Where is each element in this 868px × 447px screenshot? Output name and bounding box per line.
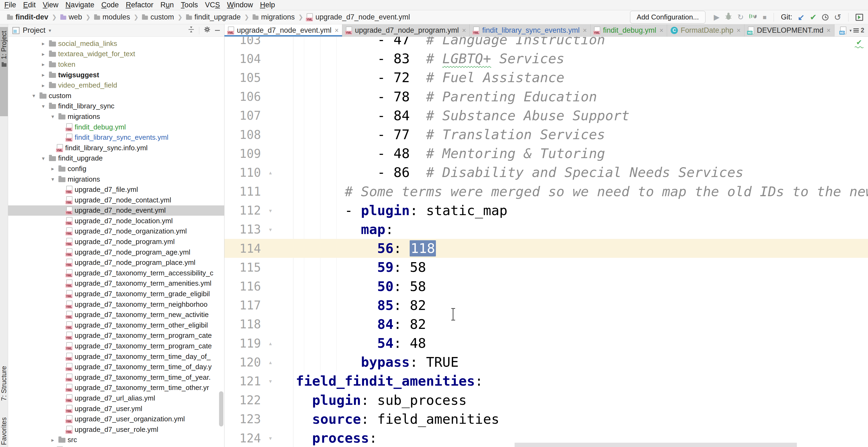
code-line-123[interactable]: 123 source: field_amenities xyxy=(224,410,868,428)
stop-icon[interactable]: ■ xyxy=(763,14,767,21)
tab-upgrade-d7-node-program-yml[interactable]: YMLupgrade_d7_node_program.yml× xyxy=(342,24,470,36)
tree-item-migrations[interactable]: ▾migrations xyxy=(8,111,224,122)
code-line-121[interactable]: 121▾field_findit_amenities: xyxy=(224,372,868,390)
tab-formatdate-php[interactable]: CFormatDate.php× xyxy=(667,24,744,36)
git-commit-icon[interactable]: ✔ xyxy=(810,12,817,22)
tree-item-upgrade-d7-node-event-yml[interactable]: YMLupgrade_d7_node_event.yml xyxy=(8,205,224,216)
close-icon[interactable]: × xyxy=(737,27,741,34)
code-line-116[interactable]: 116 50: 58 xyxy=(224,277,868,296)
close-icon[interactable]: × xyxy=(827,27,831,34)
menu-item-code[interactable]: Code xyxy=(101,1,119,9)
hidden-tabs-dropdown[interactable]: ▾2 xyxy=(848,24,868,36)
code-line-104[interactable]: 104 - 83 # LGBTQ+ Services xyxy=(224,49,868,68)
code-line-107[interactable]: 107 - 84 # Substance Abuse Support xyxy=(224,106,868,125)
tree-item-upgrade-d7-node-organization-yml[interactable]: YMLupgrade_d7_node_organization.yml xyxy=(8,226,224,237)
code-line-113[interactable]: 113▾ map: xyxy=(224,220,868,239)
close-icon[interactable]: × xyxy=(335,27,339,34)
tree-item-upgrade-d7-taxonomy-term-accessibility-c[interactable]: YMLupgrade_d7_taxonomy_term_accessibilit… xyxy=(8,268,224,278)
debug-icon[interactable] xyxy=(725,12,732,22)
gear-icon[interactable] xyxy=(204,26,211,35)
project-panel-title[interactable]: Project xyxy=(23,26,45,35)
coverage-icon[interactable]: ↻ xyxy=(737,13,744,21)
sidebar-item-project[interactable]: 1: Project xyxy=(0,27,8,116)
tree-item-upgrade-d7-user-organization-yml[interactable]: YMLupgrade_d7_user_organization.yml xyxy=(8,414,224,424)
menu-item-edit[interactable]: Edit xyxy=(23,1,36,9)
fold-marker-icon[interactable]: ▴ xyxy=(261,339,280,347)
chevron-down-icon[interactable]: ▾ xyxy=(49,113,56,120)
code-line-118[interactable]: 118 84: 82 xyxy=(224,315,868,334)
tree-item-upgrade-d7-taxonomy-term-time-other-yr[interactable]: YMLupgrade_d7_taxonomy_term_time_other.y… xyxy=(8,383,224,393)
tree-item-upgrade-d7-taxonomy-term-grade-eligibil[interactable]: YMLupgrade_d7_taxonomy_term_grade_eligib… xyxy=(8,289,224,299)
tree-item-upgrade-d7-node-program-yml[interactable]: YMLupgrade_d7_node_program.yml xyxy=(8,236,224,247)
menu-item-vcs[interactable]: VCS xyxy=(205,1,220,9)
collapse-all-icon[interactable] xyxy=(188,26,195,35)
chevron-right-icon[interactable]: ▸ xyxy=(40,61,47,68)
chevron-down-icon[interactable]: ▾ xyxy=(49,176,56,183)
close-icon[interactable]: × xyxy=(462,27,466,34)
tree-item-social-media-links[interactable]: ▸social_media_links xyxy=(8,38,224,49)
code-line-103[interactable]: 103 - 47 # Language Instruction xyxy=(224,37,868,49)
code-line-119[interactable]: 119▴ 54: 48 xyxy=(224,334,868,353)
menu-item-navigate[interactable]: Navigate xyxy=(65,1,94,9)
tree-item-upgrade-d7-node-location-yml[interactable]: YMLupgrade_d7_node_location.yml xyxy=(8,216,224,226)
tree-item-config[interactable]: ▸config xyxy=(8,163,224,174)
breadcrumb-item-upgrade-d7-node-event-yml[interactable]: YMLupgrade_d7_node_event.yml xyxy=(307,13,410,21)
tree-item-findit-library-sync[interactable]: ▾findit_library_sync xyxy=(8,101,224,111)
tab-development-md[interactable]: MDDEVELOPMENT.md× xyxy=(744,24,834,36)
inspection-ok-icon[interactable]: ✔ xyxy=(855,38,864,48)
code-line-115[interactable]: 115 59: 58 xyxy=(224,258,868,277)
chevron-right-icon[interactable]: ▸ xyxy=(49,437,56,443)
code-line-120[interactable]: 120▴ bypass: TRUE xyxy=(224,353,868,372)
menu-item-window[interactable]: Window xyxy=(227,1,253,9)
tree-item-upgrade-d7-taxonomy-term-program-cate[interactable]: YMLupgrade_d7_taxonomy_term_program_cate xyxy=(8,330,224,341)
chevron-down-icon[interactable]: ▾ xyxy=(40,103,47,109)
breadcrumb-item-migrations[interactable]: migrations xyxy=(253,13,295,21)
tree-item-upgrade-d7-taxonomy-term-new-activitie[interactable]: YMLupgrade_d7_taxonomy_term_new_activiti… xyxy=(8,310,224,320)
tab-upgrade-d7-node-event-yml[interactable]: YMLupgrade_d7_node_event.yml× xyxy=(224,24,342,36)
menu-item-view[interactable]: View xyxy=(43,1,58,9)
chevron-down-icon[interactable]: ▾ xyxy=(49,28,51,33)
hide-panel-icon[interactable] xyxy=(215,30,220,31)
tree-item-upgrade-d7-user-yml[interactable]: YMLupgrade_d7_user.yml xyxy=(8,404,224,414)
close-icon[interactable]: × xyxy=(659,27,663,34)
code-line-111[interactable]: 111 # Some terms were merged so we need … xyxy=(224,182,868,201)
code-line-112[interactable]: 112▾ - plugin: static_map xyxy=(224,201,868,220)
code-line-114[interactable]: 114 56: 118 xyxy=(224,239,868,258)
chevron-down-icon[interactable]: ▾ xyxy=(40,155,47,162)
chevron-right-icon[interactable]: ▸ xyxy=(40,82,47,89)
breadcrumb-item-findit-upgrade[interactable]: findit_upgrade xyxy=(186,13,241,21)
menu-item-file[interactable]: File xyxy=(4,1,16,9)
tree-item-findit-debug-yml[interactable]: YMLfindit_debug.yml xyxy=(8,122,224,132)
tree-item-findit-library-sync-info-yml[interactable]: YMLfindit_library_sync.info.yml xyxy=(8,143,224,153)
menu-item-refactor[interactable]: Refactor xyxy=(126,1,153,9)
tab-findit-debug-yml[interactable]: YMLfindit_debug.yml× xyxy=(591,24,667,36)
git-history-icon[interactable] xyxy=(822,14,829,21)
code-line-105[interactable]: 105 - 72 # Fuel Assistance xyxy=(224,68,868,87)
tree-item-upgrade-d7-url-alias-yml[interactable]: YMLupgrade_d7_url_alias.yml xyxy=(8,393,224,404)
tree-item-upgrade-d7-taxonomy-term-amenities-yml[interactable]: YMLupgrade_d7_taxonomy_term_amenities.ym… xyxy=(8,278,224,289)
horizontal-scrollbar[interactable] xyxy=(515,443,797,447)
code-line-122[interactable]: 122 plugin: sub_process xyxy=(224,391,868,410)
breadcrumb-item-custom[interactable]: custom xyxy=(142,13,174,21)
attach-debugger-icon[interactable]: #] xyxy=(749,12,757,22)
menu-item-run[interactable]: Run xyxy=(160,1,174,9)
tree-item-findit-upgrade[interactable]: ▾findit_upgrade xyxy=(8,153,224,164)
sidebar-item-favorites[interactable]: 2: Favorites xyxy=(0,414,8,447)
tree-item-upgrade-d7-taxonomy-term-time-day-of[interactable]: YMLupgrade_d7_taxonomy_term_time_day_of_ xyxy=(8,351,224,362)
fold-marker-icon[interactable]: ▴ xyxy=(261,168,280,177)
tree-item-upgrade-d7-taxonomy-term-time-of-day-y[interactable]: YMLupgrade_d7_taxonomy_term_time_of_day.… xyxy=(8,361,224,372)
menu-item-help[interactable]: Help xyxy=(260,1,275,9)
tree-item-upgrade-d7-user-role-yml[interactable]: YMLupgrade_d7_user_role.yml xyxy=(8,424,224,435)
tree-item-src[interactable]: ▸src xyxy=(8,435,224,445)
tree-item-custom[interactable]: ▾custom xyxy=(8,91,224,101)
breadcrumb-item-modules[interactable]: modules xyxy=(94,13,130,21)
fold-marker-icon[interactable]: ▾ xyxy=(261,225,280,233)
tree-item-textarea-widget-for-text[interactable]: ▸textarea_widget_for_text xyxy=(8,49,224,60)
chevron-right-icon[interactable]: ▸ xyxy=(49,165,56,172)
code-line-109[interactable]: 109 - 48 # Mentoring & Tutoring xyxy=(224,144,868,163)
code-line-108[interactable]: 108 - 77 # Translation Services xyxy=(224,125,868,144)
tree-item-migrations[interactable]: ▾migrations xyxy=(8,174,224,185)
tree-item-findit-library-sync-events-yml[interactable]: YMLfindit_library_sync_events.yml xyxy=(8,132,224,143)
sidebar-item-structure[interactable]: 7: Structure xyxy=(0,362,8,408)
chevron-down-icon[interactable]: ▾ xyxy=(30,92,37,99)
